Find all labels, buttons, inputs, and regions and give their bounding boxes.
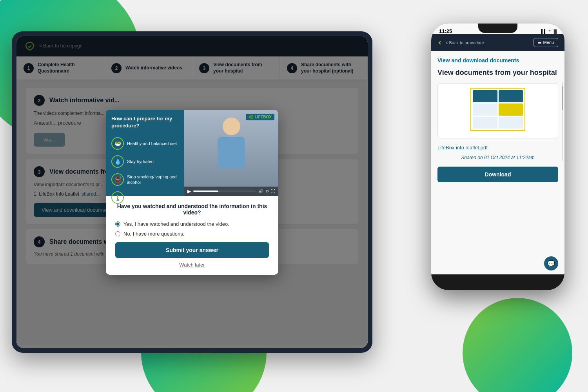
back-arrow-icon (437, 40, 443, 45)
person-head (223, 118, 240, 135)
doc-thumb-block-5 (473, 117, 497, 129)
phone: 11:25 ▌▌ ᯤ ▓ < Back to procedure ☰ Menu … (431, 24, 564, 290)
volume-icon[interactable]: 🔊 (258, 189, 263, 193)
doc-thumbnail (470, 88, 525, 131)
doc-thumb-block-3 (473, 103, 497, 116)
tip-2: 💧 Stay hydrated (111, 155, 179, 168)
phone-notch (478, 24, 517, 33)
video-person-area (184, 110, 278, 196)
tablet-inner: < Back to homepage 1 Complete Health Que… (16, 36, 368, 348)
radio-yes-input[interactable] (115, 221, 120, 227)
phone-time: 11:25 (439, 27, 452, 34)
doc-thumb-block-1 (473, 90, 497, 102)
modal-overlay: How can I prepare for my procedure? 🥗 He… (16, 36, 368, 348)
phone-header: < Back to procedure ☰ Menu (431, 34, 564, 51)
fullscreen-icon[interactable]: ⛶ (271, 189, 275, 193)
bg-circle-bottom-far-right (463, 298, 572, 392)
modal-video-left: How can I prepare for my procedure? 🥗 He… (106, 110, 184, 196)
phone-menu-button[interactable]: ☰ Menu (534, 38, 558, 47)
phone-content: 11:25 ▌▌ ᯤ ▓ < Back to procedure ☰ Menu … (431, 24, 564, 274)
phone-status-bar: 11:25 ▌▌ ᯤ ▓ (431, 24, 564, 34)
radio-no-option[interactable]: No, I have more questions. (115, 231, 269, 237)
radio-yes-label: Yes, I have watched and understood the v… (123, 221, 229, 227)
modal-video-title: How can I prepare for my procedure? (111, 115, 179, 129)
download-button[interactable]: Download (437, 167, 558, 182)
phone-scrollbar[interactable] (562, 82, 563, 161)
modal-body: Have you watched and understood the info… (106, 196, 278, 275)
battery-icon: ▓ (554, 29, 557, 33)
tip-4: 🚶 Keep active (111, 191, 179, 204)
phone-back-link[interactable]: < Back to procedure (437, 40, 484, 45)
tip-diet-icon: 🥗 (111, 137, 124, 150)
signal-icon: ▌▌ (541, 29, 547, 33)
tip-hydrate-icon: 💧 (111, 155, 124, 168)
tip-smoking-text: Stop smoking/ vaping and alcohol (127, 174, 179, 185)
person-body (218, 137, 245, 168)
phone-body: View and download documents View documen… (431, 51, 564, 274)
play-button[interactable]: ▶ (187, 189, 191, 194)
radio-yes-option[interactable]: Yes, I have watched and understood the v… (115, 221, 269, 227)
modal-video-right: 🌿 LIFEBOX ▶ (184, 110, 278, 196)
doc-filename[interactable]: LifeBox info leaflet.pdf (437, 145, 558, 151)
phone-scrollbar-thumb (562, 86, 563, 110)
doc-preview-card (437, 83, 558, 138)
video-progress-fill (193, 191, 218, 192)
phone-back-label: < Back to procedure (445, 40, 484, 45)
submit-answer-button[interactable]: Submit your answer (115, 242, 269, 258)
video-progress-bar[interactable] (193, 191, 256, 192)
wifi-icon: ᯤ (548, 29, 552, 33)
modal-question: Have you watched and understood the info… (115, 203, 269, 216)
settings-icon[interactable]: ⚙ (265, 189, 269, 193)
doc-thumb-block-2 (499, 90, 523, 102)
phone-doc-title: View documents from your hospital (437, 68, 558, 77)
video-controls[interactable]: ▶ 🔊 ⚙ ⛶ (184, 187, 278, 196)
phone-section-title: View and download documents (437, 57, 558, 64)
doc-thumb-block-6 (499, 117, 523, 129)
lifebox-badge-text: LIFEBOX (255, 115, 272, 119)
tip-3: 🚭 Stop smoking/ vaping and alcohol (111, 173, 179, 186)
tip-smoking-icon: 🚭 (111, 173, 124, 186)
chat-bubble-button[interactable]: 💬 (544, 256, 558, 270)
phone-status-icons: ▌▌ ᯤ ▓ (541, 27, 557, 33)
tip-active-icon: 🚶 (111, 191, 124, 204)
doc-shared-date: Shared on 01 Oct 2024 at 11:22am (437, 154, 558, 161)
video-person-figure (212, 118, 251, 188)
tablet: < Back to homepage 1 Complete Health Que… (12, 31, 372, 353)
doc-thumb-block-4 (499, 103, 523, 116)
tip-1: 🥗 Healthy and balanced diet (111, 137, 179, 150)
video-modal: How can I prepare for my procedure? 🥗 He… (106, 110, 278, 275)
doc-thumb-inner (471, 89, 524, 130)
tip-active-text: Keep active (127, 195, 149, 200)
modal-video-area: How can I prepare for my procedure? 🥗 He… (106, 110, 278, 196)
tip-diet-text: Healthy and balanced diet (127, 141, 177, 146)
watch-later-link[interactable]: Watch later (115, 262, 269, 268)
radio-no-input[interactable] (115, 231, 120, 236)
radio-no-label: No, I have more questions. (123, 231, 184, 237)
tip-hydrate-text: Stay hydrated (127, 159, 154, 164)
